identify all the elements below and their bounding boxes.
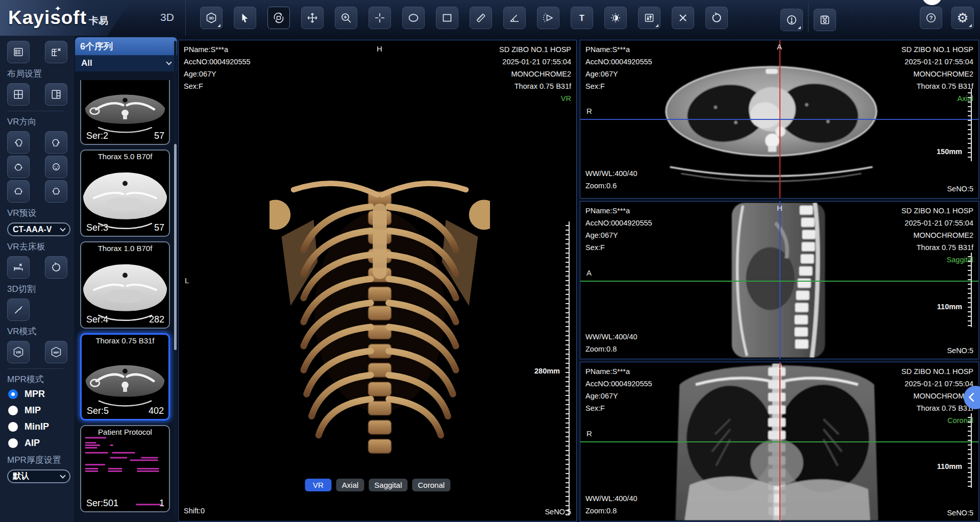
avatar[interactable] <box>922 0 942 5</box>
series-thumb-ser4[interactable]: Thorax 1.0 B70f Ser:4 282 <box>80 241 170 329</box>
series-title: Thorax 0.75 B31f <box>82 336 168 345</box>
crosshair-horizontal-green[interactable] <box>580 441 978 442</box>
scalpel-icon[interactable] <box>7 299 30 321</box>
angle-icon[interactable] <box>503 7 526 29</box>
mip-hex-icon[interactable]: MIP <box>45 341 67 363</box>
vr-skeleton-image <box>270 169 490 475</box>
radio-icon <box>8 438 18 448</box>
patient-accno: AccNO:0004920555 <box>184 56 251 68</box>
ruler-icon[interactable] <box>470 7 492 29</box>
viewport-saggital[interactable]: PName:S***a AccNO:0004920555 Age:067Y Se… <box>580 201 979 359</box>
orientation-left: R <box>586 107 592 115</box>
vr-head-top-icon[interactable] <box>7 156 30 178</box>
vr-head-back-icon[interactable] <box>7 180 30 203</box>
view-button-coronal[interactable]: Coronal <box>412 479 451 491</box>
delete-x-icon[interactable] <box>672 7 694 29</box>
app-logo: Kayisoft 卡易 ✦ <box>0 0 153 36</box>
orientation-top: H <box>377 44 382 53</box>
rectangle-roi-icon[interactable] <box>436 7 458 29</box>
seno-label: SeNO:5 <box>947 346 973 355</box>
vr-hex-icon[interactable]: VR <box>7 341 30 363</box>
mpr-thickness-select[interactable]: 默认 <box>7 469 70 483</box>
view-button-axial[interactable]: Axial <box>336 479 364 491</box>
series-scrollbar[interactable] <box>174 41 177 518</box>
orientation-top: H <box>777 364 782 373</box>
svg-text:VR: VR <box>16 350 21 355</box>
photometric: MONOCHROME2 <box>499 68 571 80</box>
pan-icon[interactable] <box>301 7 324 29</box>
window-presets-icon[interactable] <box>638 7 660 29</box>
vr-head-front-icon[interactable] <box>45 180 67 203</box>
wwwl-zoom: WW/WL:400/40 Zoom:0.8 <box>585 331 638 355</box>
mpr-radio-mpr[interactable]: MPR <box>8 389 75 400</box>
viewport-coronal[interactable]: PName:S***a AccNO:0004920555 Age:067Y Se… <box>580 362 979 521</box>
study-info: SD ZIBO NO.1 HOSP 2025-01-21 07:55:04 MO… <box>901 205 973 266</box>
crosshair-vertical-blue[interactable] <box>779 202 780 359</box>
scrollbar-thumb[interactable] <box>174 144 177 350</box>
layout-close-icon[interactable] <box>45 41 67 63</box>
vr-head-right-icon[interactable] <box>45 131 67 154</box>
mpr-radio-mip[interactable]: MIP <box>8 405 75 416</box>
sidebar-divider <box>7 111 63 111</box>
series-thumb-ser501[interactable]: Patient Protocol Ser:501 1 <box>80 425 170 512</box>
series-ser-label: Ser:2 <box>86 131 108 141</box>
layout-split-icon[interactable] <box>45 83 67 106</box>
zoom-in-icon[interactable] <box>335 7 357 29</box>
mpr-radio-aip[interactable]: AIP <box>8 438 75 449</box>
seno-label: SeNO:5 <box>947 185 973 193</box>
scale-ruler <box>968 253 972 327</box>
window-level-icon[interactable] <box>604 7 627 29</box>
perspective-icon[interactable] <box>537 7 559 29</box>
bed-reset-icon[interactable] <box>45 256 67 279</box>
series-thumb-ser5-selected[interactable]: Thorax 0.75 B31f Ser:5 402 <box>80 333 170 420</box>
cube-3d-icon[interactable]: 3D <box>200 7 223 29</box>
ellipse-roi-icon[interactable] <box>402 7 425 29</box>
series-thumb-ser3[interactable]: Thorax 5.0 B70f Ser:3 57 <box>80 150 170 237</box>
remove-bed-icon[interactable] <box>7 256 30 279</box>
series-count-label: 6个序列 <box>75 37 177 55</box>
viewport-axial[interactable]: PName:S***a AccNO:0004920555 Age:067Y Se… <box>580 40 979 198</box>
series-filter-select[interactable]: All <box>75 55 177 71</box>
view-button-saggital[interactable]: Saggital <box>369 479 407 491</box>
report-info-icon[interactable] <box>780 9 803 31</box>
text-annotation-icon[interactable]: T <box>571 7 593 29</box>
patient-name: PName:S***a <box>184 43 251 56</box>
mode-label: 3D <box>160 11 174 23</box>
help-icon[interactable]: ? <box>920 7 942 29</box>
ct-axial-image <box>639 52 904 183</box>
scale-ruler <box>968 413 972 488</box>
grid-2x2-icon[interactable] <box>7 83 30 106</box>
reset-view-icon[interactable] <box>705 7 728 29</box>
patient-info: PName:S***a AccNO:0004920555 Age:067Y Se… <box>184 43 251 92</box>
viewport-vr[interactable]: PName:S***a AccNO:0004920555 Age:067Y Se… <box>178 40 577 521</box>
view-button-vr[interactable]: VR <box>305 479 332 491</box>
settings-gear-icon[interactable]: ⚙ <box>951 7 974 29</box>
crosshair-horizontal-green[interactable] <box>580 281 978 282</box>
layout-list-icon[interactable] <box>7 41 30 63</box>
vr-head-left-icon[interactable] <box>7 131 30 154</box>
series-title: Thorax 5.0 B70f <box>81 152 169 161</box>
crosshair-icon[interactable] <box>369 7 391 29</box>
rotate-3d-icon[interactable] <box>267 7 290 29</box>
save-icon[interactable] <box>814 9 836 31</box>
cursor-icon[interactable] <box>234 7 256 29</box>
series-count: 57 <box>154 131 164 141</box>
mpr-radio-minip[interactable]: MinIP <box>8 421 75 432</box>
series-count: 282 <box>149 314 164 325</box>
scale-ruler <box>968 89 972 161</box>
vr-preset-select[interactable]: CT-AAA-V <box>7 222 70 236</box>
shift-label: Shift:0 <box>184 505 205 517</box>
series-thumb-ser2[interactable]: Ser:2 57 <box>80 80 170 145</box>
seno-label: SeNO:5 <box>947 509 973 517</box>
vr-head-face-icon[interactable] <box>45 156 67 178</box>
scale-label: 150mm <box>937 147 962 156</box>
svg-text:3D: 3D <box>209 16 214 20</box>
scale-label: 280mm <box>534 367 560 375</box>
seno-label: SeNO:5 <box>545 508 571 516</box>
ct-saggital-image <box>699 203 867 358</box>
view-label: VR <box>499 92 571 105</box>
svg-text:MIP: MIP <box>54 351 59 354</box>
crosshair-horizontal-blue[interactable] <box>580 119 978 120</box>
chevron-down-icon <box>60 473 65 478</box>
orientation-top: H <box>777 204 782 212</box>
